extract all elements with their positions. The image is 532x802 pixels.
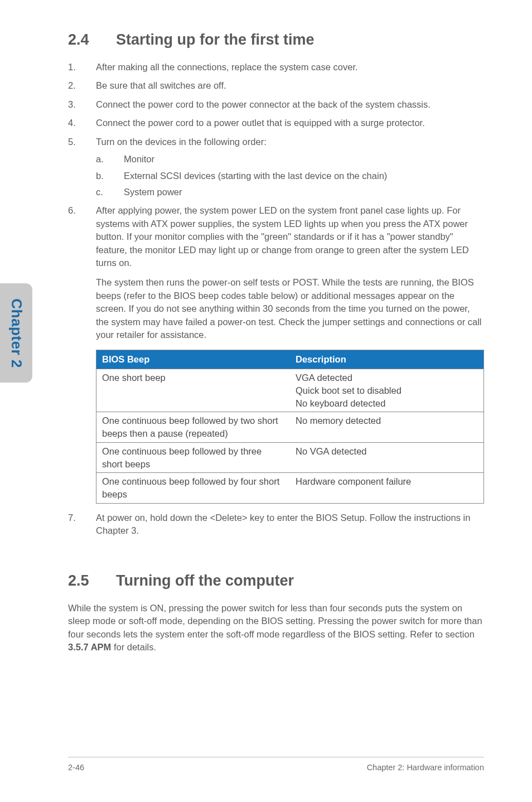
section-2-4-heading: 2.4Starting up for the first time (68, 31, 484, 49)
table-cell: No memory detected (290, 412, 484, 443)
step-item: 5.Turn on the devices in the following o… (68, 136, 484, 199)
table-cell: No VGA detected (290, 442, 484, 473)
step-item: 3.Connect the power cord to the power co… (68, 98, 484, 111)
table-header: Description (290, 350, 484, 369)
substep-text: External SCSI devices (starting with the… (124, 171, 387, 181)
table-row: One continuous beep followed by two shor… (96, 412, 484, 443)
table-cell: One continuous beep followed by two shor… (96, 412, 291, 443)
page-content: 2.4Starting up for the first time 1.Afte… (0, 0, 532, 802)
table-cell: One continuous beep followed by three sh… (96, 442, 291, 473)
step-item: 6.After applying power, the system power… (68, 204, 484, 504)
substep-item: b.External SCSI devices (starting with t… (96, 170, 484, 182)
table-row: One short beep VGA detected Quick boot s… (96, 369, 484, 412)
bold-ref: 3.5.7 APM (68, 642, 111, 652)
step-item: 1.After making all the connections, repl… (68, 61, 484, 74)
table-row: One continuous beep followed by four sho… (96, 473, 484, 504)
section-number: 2.5 (68, 572, 116, 590)
section-2-5-body: While the system is ON, pressing the pow… (68, 602, 484, 654)
step-text: At power on, hold down the <Delete> key … (96, 513, 470, 535)
step-text: After applying power, the system power L… (96, 205, 469, 268)
section-title: Turning off the computer (116, 572, 294, 589)
step-text: Be sure that all switches are off. (96, 80, 226, 90)
step-text: Turn on the devices in the following ord… (96, 137, 267, 147)
table-row: One continuous beep followed by three sh… (96, 442, 484, 473)
table-cell: VGA detected Quick boot set to disabled … (290, 369, 484, 412)
step-text: Connect the power cord to a power outlet… (96, 118, 425, 128)
steps-list: 1.After making all the connections, repl… (68, 61, 484, 538)
step-item: 4.Connect the power cord to a power outl… (68, 117, 484, 129)
substep-text: Monitor (124, 154, 154, 164)
section-title: Starting up for the first time (116, 31, 315, 48)
substep-item: c.System power (96, 186, 484, 199)
table-cell: One continuous beep followed by four sho… (96, 473, 291, 504)
section-2-5-heading: 2.5Turning off the computer (68, 572, 484, 590)
table-cell: Hardware component failure (290, 473, 484, 504)
step-text: Connect the power cord to the power conn… (96, 99, 431, 109)
page-number: 2-46 (68, 763, 84, 772)
bios-beep-table: BIOS Beep Description One short beep VGA… (96, 350, 484, 504)
page-footer: 2-46 Chapter 2: Hardware information (68, 757, 484, 772)
step-item: 2.Be sure that all switches are off. (68, 79, 484, 92)
substep-text: System power (124, 187, 182, 197)
substep-item: a.Monitor (96, 153, 484, 166)
step-paragraph: The system then runs the power-on self t… (96, 276, 484, 341)
substeps-list: a.Monitor b.External SCSI devices (start… (96, 153, 484, 199)
table-header: BIOS Beep (96, 350, 291, 369)
footer-title: Chapter 2: Hardware information (367, 763, 484, 772)
step-item: 7.At power on, hold down the <Delete> ke… (68, 511, 484, 538)
section-number: 2.4 (68, 31, 116, 49)
table-cell: One short beep (96, 369, 291, 412)
step-text: After making all the connections, replac… (96, 62, 358, 72)
